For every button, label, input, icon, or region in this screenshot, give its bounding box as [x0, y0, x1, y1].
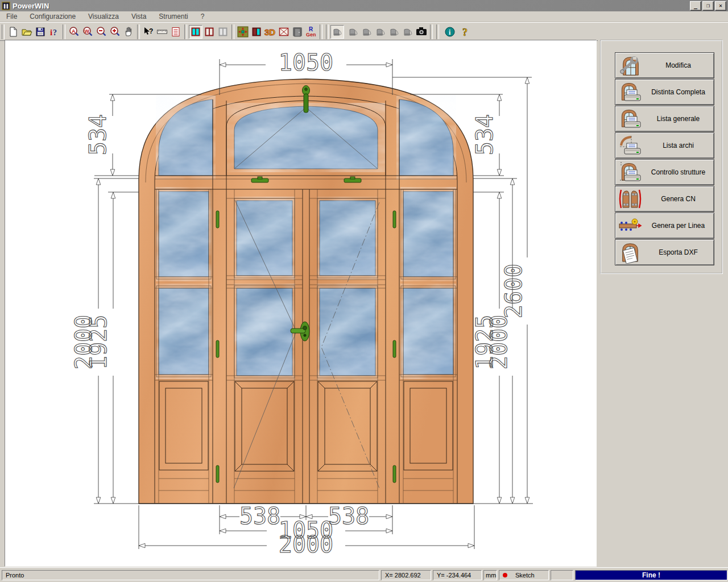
window-gray-icon [217, 26, 229, 38]
finish-button[interactable]: Fine ! [575, 570, 727, 580]
view-double-active-button[interactable] [189, 25, 202, 39]
window-cyan-icon [190, 26, 201, 38]
door-view-2-button[interactable] [346, 25, 360, 39]
save-button[interactable] [34, 25, 47, 39]
svg-text:Gen: Gen [306, 32, 316, 38]
door-view-icon [348, 26, 359, 38]
new-document-button[interactable] [6, 25, 20, 39]
info-icon: i [444, 26, 456, 38]
red-x-box-icon [278, 26, 289, 38]
button-label: Lista generale [643, 115, 714, 123]
door-view-6-button[interactable] [401, 25, 415, 39]
about-button[interactable]: i ? [47, 25, 61, 39]
toolbar-separator [320, 24, 322, 39]
zoom-window-button[interactable]: W [81, 25, 94, 39]
mode-dot-icon [503, 573, 507, 577]
report-button[interactable] [169, 25, 183, 39]
toolbar-separator [184, 24, 187, 39]
toolbar-separator [430, 24, 433, 39]
menu-help[interactable]: ? [195, 12, 211, 21]
menu-configurazione[interactable]: Configurazione [23, 12, 82, 21]
button-label: Genera CN [643, 195, 714, 203]
svg-text:?: ? [53, 28, 57, 37]
restore-button[interactable]: ❐ [702, 1, 714, 11]
open-button[interactable] [20, 25, 34, 39]
snapshot-button[interactable] [415, 25, 428, 39]
structure-check-icon [618, 161, 643, 184]
close-view-button[interactable] [277, 25, 291, 39]
toolbar-grip [2, 24, 5, 39]
context-help-button[interactable]: ? [142, 25, 155, 39]
svg-text:3D: 3D [264, 27, 275, 37]
genera-per-linea-button[interactable]: Genera per Linea [615, 213, 714, 239]
new-document-icon [7, 26, 19, 38]
camera-icon [415, 26, 428, 38]
open-folder-icon [21, 26, 32, 38]
dim-arch-right: 534 [471, 114, 498, 155]
door-slab-button[interactable] [291, 25, 304, 39]
toolbar-separator [436, 24, 439, 39]
pan-button[interactable] [122, 25, 135, 39]
door-view-1-button[interactable] [330, 25, 344, 39]
view-double-gray-button[interactable] [216, 25, 230, 39]
powerwin-window: PowerWIN _ ❐ ✕ File Configurazione Visua… [0, 0, 728, 582]
save-floppy-icon [35, 26, 46, 38]
door-view-3-button[interactable] [360, 25, 374, 39]
app-icon [2, 2, 10, 10]
section-view-button[interactable] [250, 25, 263, 39]
minimize-button[interactable]: _ [690, 1, 701, 11]
menu-file[interactable]: File [0, 12, 23, 21]
measure-button[interactable] [155, 25, 169, 39]
coordinate-y: Y= -234.464 [433, 570, 482, 580]
zoom-out-button[interactable] [94, 25, 108, 39]
svg-text:?: ? [462, 27, 468, 38]
title-bar[interactable]: PowerWIN _ ❐ ✕ [0, 0, 728, 11]
door-view-icon [402, 26, 413, 38]
full-list-icon [618, 81, 643, 103]
door-view-5-button[interactable] [387, 25, 401, 39]
general-list-icon [618, 107, 643, 130]
menu-visualizza[interactable]: Visualizza [82, 12, 125, 21]
dim-left-inner: 1925 [85, 315, 111, 369]
close-button[interactable]: ✕ [715, 1, 726, 11]
genera-cn-button[interactable]: Genera CN [615, 186, 714, 212]
command-panel: Modifica Distinta Completa Lista general… [600, 40, 723, 274]
context-help-icon: ? [143, 26, 154, 38]
modifica-button[interactable]: Modifica [615, 52, 714, 78]
dim-top-width: 1050 [279, 49, 333, 76]
view-double-outline-button[interactable] [202, 25, 216, 39]
button-label: Lista archi [643, 142, 714, 149]
menu-strumenti[interactable]: Strumenti [152, 12, 194, 21]
door-drawing: 1050 534 534 2000 1925 1925 2000 2600 53… [5, 40, 596, 566]
dim-right-total: 2600 [500, 264, 527, 318]
door-view-4-button[interactable] [374, 25, 387, 39]
lista-archi-button[interactable]: Lista archi [615, 132, 714, 159]
menu-bar: File Configurazione Visualizza Vista Str… [0, 11, 728, 22]
status-spare [551, 570, 573, 580]
coordinate-x: X= 2802.692 [381, 570, 431, 580]
dim-arch-left: 534 [85, 114, 111, 155]
door-slab-icon [292, 26, 303, 38]
button-label: Esporta DXF [643, 248, 714, 256]
three-d-button[interactable]: 3D [263, 25, 277, 39]
toolbar-separator [137, 24, 140, 39]
info-button[interactable]: i [443, 25, 457, 39]
toolbar-separator [231, 24, 234, 39]
center-target-icon [237, 26, 249, 38]
svg-text:W: W [85, 28, 90, 34]
units-indicator: mm [483, 570, 497, 580]
controllo-strutture-button[interactable]: Controllo strutture [615, 159, 714, 185]
regen-icon: R Gen [304, 26, 318, 38]
zoom-all-button[interactable]: A [67, 25, 81, 39]
regen-button[interactable]: R Gen [304, 25, 318, 39]
esporta-dxf-button[interactable]: Esporta DXF [615, 239, 714, 265]
distinta-completa-button[interactable]: Distinta Completa [615, 79, 714, 105]
zoom-in-button[interactable] [108, 25, 122, 39]
help-button[interactable]: ? [459, 25, 473, 39]
center-view-button[interactable] [236, 25, 250, 39]
lista-generale-button[interactable]: Lista generale [615, 106, 714, 132]
three-d-icon: 3D [263, 26, 277, 38]
menu-vista[interactable]: Vista [125, 12, 152, 21]
drawing-canvas[interactable]: 1050 534 534 2000 1925 1925 2000 2600 53… [5, 40, 597, 567]
window-title: PowerWIN [13, 2, 49, 10]
